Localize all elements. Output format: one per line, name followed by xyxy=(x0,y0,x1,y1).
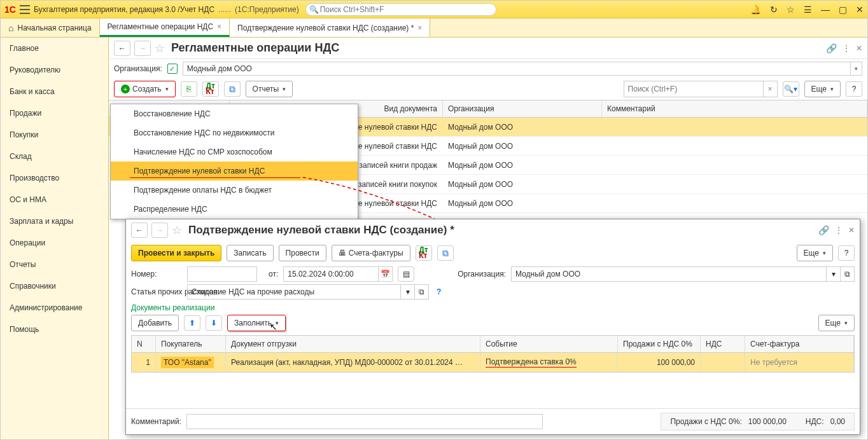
history-icon[interactable]: ↻ xyxy=(770,4,778,15)
invoices-button[interactable]: 🖶Счета-фактуры xyxy=(332,245,410,261)
sidebar-item[interactable]: Зарплата и кадры xyxy=(1,210,108,232)
menu-item[interactable]: Начисление НДС по СМР хозспособом xyxy=(111,142,358,162)
dtkt-button[interactable]: ДтКт xyxy=(202,81,219,97)
tab-close-icon[interactable]: × xyxy=(217,22,221,31)
tab-reg-ops[interactable]: Регламентные операции НДС × xyxy=(100,18,230,37)
sidebar-item[interactable]: ОС и НМА xyxy=(1,189,108,210)
col-comment[interactable]: Комментарий xyxy=(602,100,867,117)
more-button[interactable]: Еще xyxy=(818,315,855,331)
close-page-icon[interactable]: ✕ xyxy=(856,44,862,53)
more-button[interactable]: Еще xyxy=(797,245,833,261)
sidebar-item[interactable]: Банк и касса xyxy=(1,81,108,102)
nav-forward-icon[interactable]: → xyxy=(134,41,151,56)
article-field[interactable]: Списание НДС на прочие расходы xyxy=(187,284,401,299)
checkbox-org[interactable]: ✓ xyxy=(167,64,178,74)
help-button[interactable]: ? xyxy=(846,81,862,97)
settings-icon[interactable]: ☰ xyxy=(804,4,812,15)
link-icon[interactable]: 🔗 xyxy=(826,43,837,53)
minimize-icon[interactable]: — xyxy=(821,4,830,15)
col-event[interactable]: Событие xyxy=(480,336,618,352)
create-button[interactable]: + Создать xyxy=(114,81,176,97)
sidebar-item[interactable]: Покупки xyxy=(1,124,108,146)
open-icon[interactable]: ⧉ xyxy=(415,284,429,299)
favorite-star-icon[interactable]: ☆ xyxy=(172,223,182,237)
clear-search-icon[interactable]: × xyxy=(764,81,778,97)
table-row[interactable]: 1 ТОО "Astana" Реализация (акт, накладна… xyxy=(132,353,854,372)
sidebar-item[interactable]: Справочники xyxy=(1,275,108,297)
global-search-input[interactable] xyxy=(305,3,496,16)
nav-back-icon[interactable]: ← xyxy=(131,223,148,238)
favorite-star-icon[interactable]: ☆ xyxy=(155,41,165,55)
menu-item-highlighted[interactable]: Подтверждение нулевой ставки НДС xyxy=(111,162,358,181)
org-field[interactable]: Модный дом ООО xyxy=(511,266,827,282)
sidebar-item[interactable]: Администрирование xyxy=(1,297,108,319)
calendar-icon[interactable]: 📅 xyxy=(379,266,393,282)
comment-field[interactable] xyxy=(186,414,543,429)
fill-button[interactable]: Заполнить ↖ xyxy=(227,315,286,331)
lines-table: N Покупатель Документ отгрузки Событие П… xyxy=(131,335,855,373)
tab-home[interactable]: ⌂ Начальная страница xyxy=(1,18,100,37)
list-search-input[interactable] xyxy=(624,81,764,97)
write-button[interactable]: Записать xyxy=(227,245,273,261)
structure-button[interactable]: ⧉ xyxy=(224,81,241,97)
post-button[interactable]: Провести xyxy=(279,245,326,261)
star-icon[interactable]: ☆ xyxy=(787,4,795,15)
sidebar-item[interactable]: Операции xyxy=(1,232,108,254)
sidebar-item[interactable]: Главное xyxy=(1,38,108,59)
open-icon[interactable]: ⧉ xyxy=(841,266,855,282)
structure-button[interactable]: ⧉ xyxy=(437,245,454,261)
list-search[interactable]: × xyxy=(624,81,778,97)
menu-icon[interactable]: ▤ xyxy=(398,266,414,282)
col-sf[interactable]: Счет-фактура xyxy=(745,336,854,352)
sidebar-item[interactable]: Продажи xyxy=(1,102,108,124)
menu-item[interactable]: Восстановление НДС xyxy=(111,104,358,123)
menu-item[interactable]: Распределение НДС xyxy=(111,200,358,219)
link-icon[interactable]: 🔗 xyxy=(818,225,829,235)
col-org[interactable]: Организация xyxy=(443,100,602,117)
reports-button[interactable]: Отчеты xyxy=(246,81,293,97)
sidebar-item[interactable]: Производство xyxy=(1,167,108,189)
search-button[interactable]: 🔍▾ xyxy=(783,81,799,97)
sidebar-item[interactable]: Склад xyxy=(1,146,108,167)
post-and-close-button[interactable]: Провести и закрыть xyxy=(131,245,221,261)
help-hint-icon[interactable]: ? xyxy=(437,287,441,296)
dtkt-button[interactable]: ДтКт xyxy=(416,245,432,261)
col-doc[interactable]: Документ отгрузки xyxy=(226,336,480,352)
close-icon[interactable]: ✕ xyxy=(856,4,864,15)
menu-item[interactable]: Подтверждение оплаты НДС в бюджет xyxy=(111,181,358,200)
sidebar-item[interactable]: Руководителю xyxy=(1,59,108,81)
move-down-icon[interactable]: ⬇ xyxy=(206,315,222,331)
col-nds[interactable]: НДС xyxy=(701,336,745,352)
dropdown-icon[interactable]: ▾ xyxy=(827,266,841,282)
doc-title: Подтверждение нулевой ставки НДС (создан… xyxy=(188,224,454,237)
tab-confirm-zero[interactable]: Подтверждение нулевой ставки НДС (создан… xyxy=(230,18,430,37)
org-dropdown-icon[interactable]: ▾ xyxy=(851,62,862,76)
copy-button[interactable]: ⎘ xyxy=(181,81,197,97)
help-button[interactable]: ? xyxy=(838,245,855,261)
global-search[interactable]: 🔍 xyxy=(305,3,496,16)
kebab-icon[interactable]: ⋮ xyxy=(842,43,851,53)
date-field[interactable]: 15.02.2024 0:00:00 xyxy=(283,266,379,282)
list-toolbar: + Создать ⎘ ДтКт ⧉ Отчеты × 🔍▾ Еще ? xyxy=(109,78,867,100)
menu-item[interactable]: Восстановление НДС по недвижимости xyxy=(111,123,358,142)
sidebar-item[interactable]: Помощь xyxy=(1,319,108,340)
dropdown-icon[interactable]: ▾ xyxy=(401,284,415,299)
cursor-icon: ↖ xyxy=(270,322,277,332)
kebab-icon[interactable]: ⋮ xyxy=(834,225,843,235)
nav-back-icon[interactable]: ← xyxy=(114,41,130,56)
col-buyer[interactable]: Покупатель xyxy=(156,336,226,352)
col-sum[interactable]: Продажи с НДС 0% xyxy=(618,336,701,352)
main-menu-icon[interactable] xyxy=(20,5,30,14)
add-button[interactable]: Добавить xyxy=(131,315,179,331)
move-up-icon[interactable]: ⬆ xyxy=(184,315,200,331)
number-field[interactable] xyxy=(187,266,257,282)
sidebar-item[interactable]: Отчеты xyxy=(1,254,108,275)
bell-icon[interactable]: 🔔 xyxy=(750,4,761,15)
more-button[interactable]: Еще xyxy=(804,81,841,97)
maximize-icon[interactable]: ▢ xyxy=(839,4,847,15)
col-n[interactable]: N xyxy=(132,336,156,352)
nav-forward-icon[interactable]: → xyxy=(151,223,168,238)
tab-close-icon[interactable]: × xyxy=(417,24,422,32)
close-window-icon[interactable]: ✕ xyxy=(848,226,855,235)
org-field[interactable]: Модный дом ООО xyxy=(183,62,851,76)
